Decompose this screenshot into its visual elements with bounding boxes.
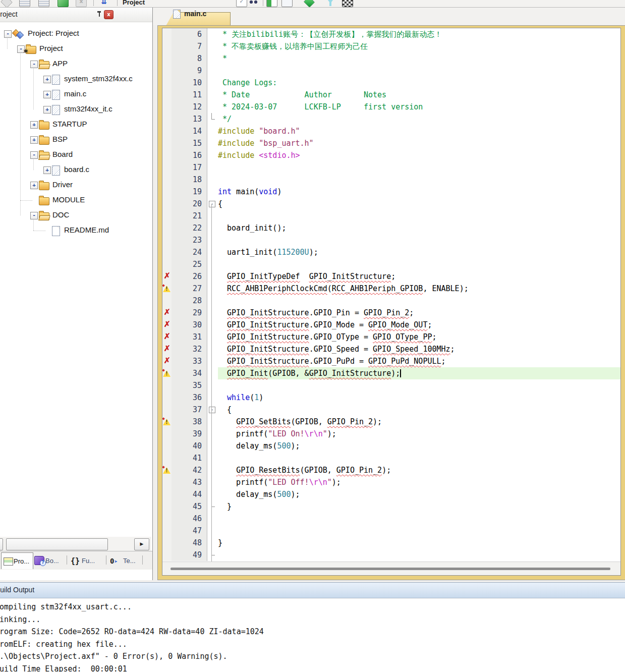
panel-tab-te[interactable]: 0➤Te... [108, 552, 141, 569]
tree-item-bsp[interactable]: +BSP [0, 132, 151, 147]
code-line-38[interactable]: GPIO_SetBits(GPIOB, GPIO_Pin_2); [218, 416, 620, 428]
code-line-20[interactable]: { [218, 198, 620, 210]
filter-icon[interactable] [325, 0, 335, 6]
code-line-25[interactable] [218, 258, 620, 270]
tree-item-label[interactable]: BSP [52, 135, 68, 143]
code-line-42[interactable]: GPIO_ResetBits(GPIOB, GPIO_Pin_2); [218, 464, 620, 476]
tree-item-app[interactable]: -APP [0, 57, 151, 72]
panel-tab-pro[interactable]: Pro... [1, 552, 33, 569]
code-line-14[interactable]: #include "board.h" [218, 125, 620, 137]
tree-item-label[interactable]: APP [52, 59, 68, 68]
collapse-icon[interactable]: - [30, 212, 38, 219]
tree-item-main-c[interactable]: +main.c [0, 87, 151, 102]
find-in-files-icon[interactable] [248, 0, 258, 6]
editor-hscrollbar[interactable] [162, 562, 620, 575]
stop-build-icon[interactable]: x [76, 0, 87, 7]
code-line-30[interactable]: GPIO_InitStructure.GPIO_Mode = GPIO_Mode… [218, 319, 620, 331]
code-line-39[interactable]: printf("LED On!\r\n"); [218, 428, 620, 440]
code-line-31[interactable]: GPIO_InitStructure.GPIO_OType = GPIO_OTy… [218, 331, 620, 343]
tree-item-system-stm32f4xx-c[interactable]: +system_stm32f4xx.c [0, 72, 151, 87]
code-line-45[interactable]: } [218, 500, 620, 513]
tree-item-board[interactable]: -Board [0, 147, 151, 162]
code-line-19[interactable]: int main(void) [218, 186, 620, 198]
code-line-22[interactable]: board_init(); [218, 222, 620, 234]
code-line-23[interactable] [218, 234, 620, 246]
select-target-combo[interactable]: Project [123, 0, 145, 6]
code-line-11[interactable]: * Date Author Notes [218, 89, 620, 101]
panel-tab-label[interactable]: Pro... [14, 557, 29, 565]
code-line-41[interactable] [218, 452, 620, 464]
tree-item-label[interactable]: Project: Project [28, 29, 79, 37]
expand-icon[interactable]: + [30, 182, 38, 189]
code-line-12[interactable]: * 2024-03-07 LCKFB-LP first version [218, 101, 620, 113]
code-line-32[interactable]: GPIO_InitStructure.GPIO_Speed = GPIO_Spe… [218, 343, 620, 355]
code-line-17[interactable] [218, 161, 620, 174]
code-line-34[interactable]: GPIO_Init(GPIOB, &GPIO_InitStructure); [218, 367, 620, 379]
build-output-panel[interactable]: Compiling stm32f4xx_usart.c...Linking...… [0, 598, 625, 672]
code-line-40[interactable]: delay_ms(500); [218, 440, 620, 452]
tree-item-label[interactable]: system_stm32f4xx.c [64, 74, 133, 83]
tree-item-label[interactable]: board.c [64, 165, 89, 174]
tree-item-label[interactable]: STARTUP [52, 120, 87, 128]
tree-item-board-c[interactable]: +board.c [0, 162, 151, 178]
window-icon[interactable] [281, 0, 293, 7]
code-line-48[interactable]: } [218, 537, 620, 549]
code-line-36[interactable]: while(1) [218, 391, 620, 404]
expand-icon[interactable]: + [43, 91, 51, 98]
code-line-44[interactable]: delay_ms(500); [218, 488, 620, 500]
tree-item-label[interactable]: Board [52, 150, 73, 158]
batch-build-icon[interactable] [58, 0, 69, 7]
tree-item-project-project[interactable]: -Project: Project [0, 26, 151, 41]
code-editor[interactable]: 6 * 关注bilibili账号：【立创开发板】，掌握我们的最新动态！7 * 不… [162, 28, 621, 576]
build-icon[interactable] [19, 0, 30, 7]
expand-icon[interactable]: + [43, 106, 51, 114]
collapse-icon[interactable]: - [30, 61, 38, 68]
tree-item-label[interactable]: README.md [64, 226, 109, 234]
tree-item-label[interactable]: Project [39, 44, 63, 52]
tree-item-project[interactable]: -*Project [0, 41, 151, 57]
build-output-header[interactable]: Build Output [0, 582, 625, 598]
panel-tab-label[interactable]: Te... [123, 557, 136, 565]
tree-item-label[interactable]: stm32f4xx_it.c [64, 104, 112, 113]
panel-tab-label[interactable]: Fu... [82, 557, 95, 565]
target-options-icon[interactable] [304, 0, 315, 8]
expand-icon[interactable]: + [30, 121, 38, 129]
scrollbar-thumb[interactable] [6, 538, 108, 550]
code-line-37[interactable]: { [218, 404, 620, 416]
collapse-icon[interactable]: - [4, 30, 12, 38]
rebuild-icon[interactable] [38, 0, 49, 7]
code-line-49[interactable] [218, 549, 620, 561]
code-line-29[interactable]: GPIO_InitStructure.GPIO_Pin = GPIO_Pin_2… [218, 307, 620, 319]
close-icon[interactable]: x [104, 10, 113, 19]
tree-item-label[interactable]: DOC [52, 210, 69, 219]
collapse-icon[interactable]: - [30, 151, 38, 159]
code-line-8[interactable]: * [218, 52, 620, 65]
tree-item-module[interactable]: MODULE [0, 193, 151, 208]
scroll-right-button[interactable]: ▶ [134, 538, 149, 550]
expand-icon[interactable]: + [43, 166, 51, 174]
code-line-9[interactable] [218, 65, 620, 77]
panel-tab-bo[interactable]: Bo... [33, 552, 66, 569]
panel-tab-fu[interactable]: {}Fu... [69, 552, 106, 569]
fold-collapse-icon[interactable]: - [209, 201, 215, 207]
code-line-13[interactable]: */ [218, 113, 620, 125]
code-line-46[interactable] [218, 513, 620, 525]
code-line-26[interactable]: GPIO_InitTypeDef GPIO_InitStructure; [218, 270, 620, 283]
project-panel-hscrollbar[interactable]: ▶ [0, 537, 151, 551]
tree-item-startup[interactable]: +STARTUP [0, 117, 151, 132]
code-line-7[interactable]: * 不靠卖板赚钱，以培养中国工程师为己任 [218, 40, 620, 52]
code-line-15[interactable]: #include "bsp_uart.h" [218, 137, 620, 149]
tree-item-label[interactable]: Driver [52, 180, 73, 189]
tree-item-readme-md[interactable]: README.md [0, 223, 151, 238]
code-line-16[interactable]: #include <stdio.h> [218, 149, 620, 161]
code-line-47[interactable] [218, 525, 620, 537]
spell-check-icon[interactable]: ✓ [236, 0, 247, 7]
configure-icon[interactable] [342, 0, 353, 7]
code-line-24[interactable]: uart1_init(115200U); [218, 246, 620, 258]
code-line-6[interactable]: * 关注bilibili账号：【立创开发板】，掌握我们的最新动态！ [218, 28, 620, 40]
code-line-10[interactable]: Change Logs: [218, 77, 620, 89]
code-line-43[interactable]: printf("LED Off!\r\n"); [218, 476, 620, 488]
code-line-27[interactable]: RCC_AHB1PeriphClockCmd(RCC_AHB1Periph_GP… [218, 283, 620, 295]
tree-item-label[interactable]: MODULE [52, 195, 85, 204]
tree-item-stm32f4xx-it-c[interactable]: +stm32f4xx_it.c [0, 102, 151, 117]
